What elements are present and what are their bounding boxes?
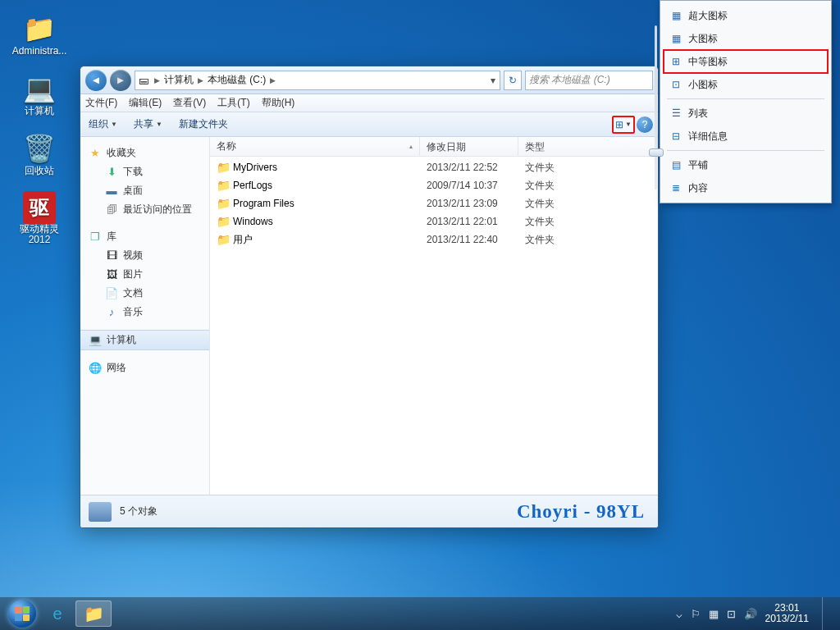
folder-icon: 📁 <box>217 233 233 246</box>
download-icon: ⬇ <box>105 166 118 179</box>
desktop-icon-driver[interactable]: 驱驱动精灵 2012 <box>2 191 77 245</box>
ie-icon: e <box>52 605 62 623</box>
view-option-icon: ☰ <box>669 106 683 121</box>
network-icon[interactable]: ⊡ <box>727 608 736 620</box>
breadcrumb-item[interactable]: 计算机 <box>162 73 195 87</box>
forward-button[interactable]: ► <box>110 70 131 91</box>
view-option-label: 大图标 <box>688 32 718 46</box>
chevron-down-icon[interactable]: ▾ <box>486 75 500 86</box>
taskbar: e 📁 ⌵ ⚐ ▦ ⊡ 🔊 23:01 2013/2/11 <box>0 597 840 630</box>
sidebar-favorites[interactable]: ★收藏夹 <box>80 144 209 162</box>
slider-thumb[interactable] <box>649 148 664 157</box>
driver-icon: 驱 <box>23 191 56 224</box>
menu-view[interactable]: 查看(V) <box>173 96 206 110</box>
sidebar-item-desktop[interactable]: ▬桌面 <box>80 181 209 200</box>
view-option-icon: ≣ <box>669 180 683 195</box>
back-button[interactable]: ◄ <box>85 70 107 91</box>
file-date: 2009/7/14 10:37 <box>427 180 525 191</box>
view-option-icon: ▦ <box>669 31 683 46</box>
action-center-icon[interactable]: ⚐ <box>691 608 701 620</box>
column-name[interactable]: 名称▴ <box>210 137 420 156</box>
share-button[interactable]: 共享▼ <box>126 117 171 131</box>
file-name: Windows <box>233 216 427 227</box>
file-name: PerfLogs <box>233 180 427 191</box>
picture-icon: 🖼 <box>105 268 118 281</box>
file-name: 用户 <box>233 233 427 247</box>
view-option[interactable]: ☰列表 <box>664 102 828 125</box>
desktop-icon-computer[interactable]: 💻计算机 <box>2 71 77 116</box>
trash-icon: 🗑️ <box>20 131 59 166</box>
column-type[interactable]: 类型 <box>518 137 658 156</box>
chevron-right-icon: ▶ <box>267 76 278 84</box>
view-option[interactable]: ⊟详细信息 <box>664 125 828 148</box>
desktop-icon-admin[interactable]: 📁Administra... <box>2 11 77 57</box>
star-icon: ★ <box>89 147 102 160</box>
table-row[interactable]: 📁Program Files2013/2/11 23:09文件夹 <box>210 194 658 212</box>
file-list: 名称▴ 修改日期 类型 📁MyDrivers2013/2/11 22:52文件夹… <box>210 137 658 495</box>
file-type: 文件夹 <box>525 179 555 193</box>
menu-bar: 文件(F) 编辑(E) 查看(V) 工具(T) 帮助(H) <box>80 94 658 112</box>
column-date[interactable]: 修改日期 <box>420 137 518 156</box>
table-row[interactable]: 📁Windows2013/2/11 22:01文件夹 <box>210 212 658 231</box>
file-type: 文件夹 <box>525 161 555 175</box>
music-icon: ♪ <box>105 306 118 319</box>
sidebar-item-music[interactable]: ♪音乐 <box>80 303 209 322</box>
search-placeholder: 搜索 本地磁盘 (C:) <box>529 73 610 87</box>
view-option[interactable]: ⊡小图标 <box>664 73 828 96</box>
sidebar-libraries[interactable]: ❐库 <box>80 227 209 246</box>
sidebar-item-recent[interactable]: 🗐最近访问的位置 <box>80 200 209 219</box>
taskbar-explorer[interactable]: 📁 <box>75 600 112 627</box>
menu-edit[interactable]: 编辑(E) <box>129 96 162 110</box>
menu-file[interactable]: 文件(F) <box>85 96 117 110</box>
search-input[interactable]: 搜索 本地磁盘 (C:) <box>525 71 653 90</box>
menu-help[interactable]: 帮助(H) <box>262 96 295 110</box>
breadcrumb-item[interactable]: 本地磁盘 (C:) <box>206 73 267 87</box>
view-option[interactable]: ▤平铺 <box>664 153 828 176</box>
menu-tools[interactable]: 工具(T) <box>217 96 249 110</box>
table-row[interactable]: 📁MyDrivers2013/2/11 22:52文件夹 <box>210 158 658 176</box>
file-date: 2013/2/11 23:09 <box>427 198 525 209</box>
sidebar-item-documents[interactable]: 📄文档 <box>80 284 209 303</box>
new-folder-button[interactable]: 新建文件夹 <box>171 117 236 131</box>
view-option[interactable]: ⊞中等图标 <box>664 50 828 73</box>
tray-icon[interactable]: ⌵ <box>676 608 682 620</box>
sidebar-item-downloads[interactable]: ⬇下载 <box>80 162 209 181</box>
view-option-icon: ⊡ <box>669 77 683 92</box>
view-option-icon: ⊞ <box>669 54 683 69</box>
refresh-button[interactable]: ↻ <box>504 71 522 90</box>
folder-icon: 📁 <box>84 604 104 623</box>
clock[interactable]: 23:01 2013/2/11 <box>765 603 809 624</box>
table-row[interactable]: 📁PerfLogs2009/7/14 10:37文件夹 <box>210 176 658 194</box>
change-view-button[interactable]: ⊞▼ <box>612 116 635 134</box>
view-option[interactable]: ≣内容 <box>664 176 828 199</box>
start-button[interactable] <box>5 600 39 628</box>
desktop-icons: 📁Administra... 💻计算机 🗑️回收站 驱驱动精灵 2012 <box>2 11 77 245</box>
sidebar-item-pictures[interactable]: 🖼图片 <box>80 265 209 284</box>
explorer-window: ◄ ► 🖴 ▶ 计算机 ▶ 本地磁盘 (C:) ▶ ▾ ↻ 搜索 本地磁盘 (C… <box>80 66 659 528</box>
breadcrumb[interactable]: 🖴 ▶ 计算机 ▶ 本地磁盘 (C:) ▶ ▾ <box>135 71 500 90</box>
taskbar-ie[interactable]: e <box>39 600 75 627</box>
recent-icon: 🗐 <box>105 203 118 217</box>
view-option-icon: ▦ <box>669 8 683 23</box>
sidebar-computer[interactable]: 💻计算机 <box>80 330 209 350</box>
desktop-icon-recycle[interactable]: 🗑️回收站 <box>2 131 77 176</box>
view-menu-popup: ▦超大图标▦大图标⊞中等图标⊡小图标☰列表⊟详细信息▤平铺≣内容 <box>660 0 832 203</box>
volume-icon[interactable]: 🔊 <box>744 608 757 620</box>
view-option[interactable]: ▦超大图标 <box>664 4 828 27</box>
folder-icon: 📁 <box>217 161 233 174</box>
network-icon: 🌐 <box>89 362 102 375</box>
file-date: 2013/2/11 22:01 <box>427 216 525 227</box>
organize-button[interactable]: 组织▼ <box>80 117 126 131</box>
table-row[interactable]: 📁用户2013/2/11 22:40文件夹 <box>210 231 658 249</box>
view-option[interactable]: ▦大图标 <box>664 27 828 50</box>
tray-icon[interactable]: ▦ <box>709 608 719 620</box>
show-desktop-button[interactable] <box>822 597 832 630</box>
sidebar-network[interactable]: 🌐网络 <box>80 358 209 377</box>
view-option-label: 中等图标 <box>688 55 728 69</box>
folder-icon: 📁 <box>217 179 233 192</box>
file-type: 文件夹 <box>525 215 555 229</box>
view-slider[interactable] <box>649 25 664 189</box>
sidebar-item-videos[interactable]: 🎞视频 <box>80 246 209 265</box>
address-bar: ◄ ► 🖴 ▶ 计算机 ▶ 本地磁盘 (C:) ▶ ▾ ↻ 搜索 本地磁盘 (C… <box>80 66 658 94</box>
file-date: 2013/2/11 22:52 <box>427 162 525 173</box>
